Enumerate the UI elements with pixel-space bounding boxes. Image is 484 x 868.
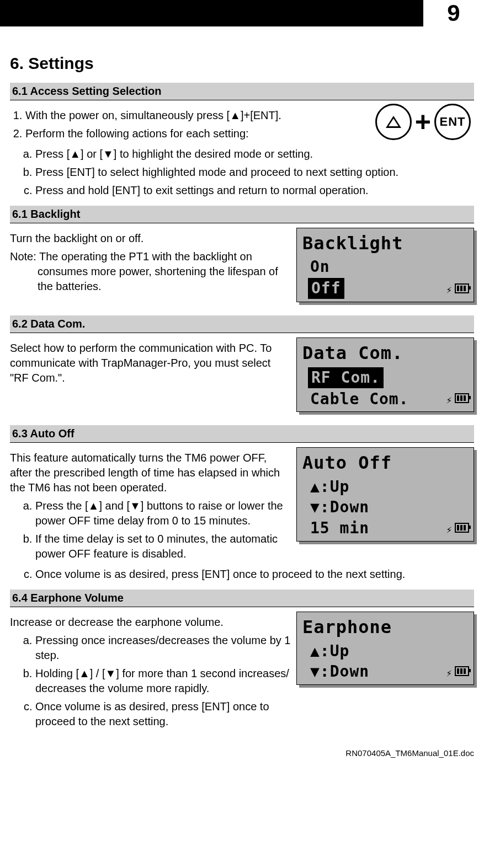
- lcd-line-value: 15 min: [302, 518, 468, 539]
- lcd-line-down: ▼:Down: [302, 661, 468, 682]
- section-head-datacom: 6.2 Data Com.: [10, 315, 474, 333]
- autooff-steps-cont: Once volume is as desired, press [ENT] o…: [10, 567, 474, 582]
- footer-filename: RN070405A_TM6Manual_01E.doc: [0, 738, 484, 764]
- lcd-status-icons: [446, 660, 469, 683]
- bolt-icon: [446, 277, 453, 299]
- lcd-status-icons: [446, 277, 469, 299]
- section-head-autooff: 6.3 Auto Off: [10, 425, 474, 443]
- battery-icon: [455, 393, 469, 403]
- earphone-b: Holding [▲] / [▼] for more than 1 second…: [35, 666, 291, 696]
- lcd-datacom: Data Com. RF Com. Cable Com.: [296, 337, 474, 412]
- battery-icon: [455, 523, 469, 533]
- substep-a: Press [▲] or [▼] to highlight the desire…: [35, 147, 474, 162]
- step-1: With the power on, simultaneously press …: [25, 108, 370, 123]
- lcd-autooff: Auto Off ▲:Up ▼:Down 15 min: [296, 447, 474, 542]
- lcd-line-up: ▲:Up: [302, 476, 468, 497]
- lcd-title: Data Com.: [302, 341, 468, 365]
- earphone-steps: Pressing once increases/decreases the vo…: [10, 633, 291, 729]
- lcd-title: Auto Off: [302, 451, 468, 475]
- header-bar: 9: [0, 0, 484, 26]
- page-number: 9: [423, 0, 484, 26]
- ent-label: ENT: [440, 114, 466, 130]
- lcd-option-cable: Cable Com.: [302, 389, 468, 410]
- earphone-desc: Increase or decrease the earphone volume…: [10, 615, 291, 630]
- lcd-line-up: ▲:Up: [302, 641, 468, 662]
- plus-icon: +: [415, 108, 431, 136]
- steps-list: With the power on, simultaneously press …: [10, 108, 370, 141]
- key-combo-illustration: + ENT: [375, 104, 474, 140]
- lcd-status-icons: [446, 387, 469, 410]
- autooff-b: If the time delay is set to 0 minutes, t…: [35, 532, 291, 561]
- backlight-desc: Turn the backlight on or off.: [10, 231, 291, 246]
- substep-b: Press [ENT] to select highlighted mode a…: [35, 165, 474, 180]
- page-title: 6. Settings: [10, 52, 474, 75]
- section-head-earphone: 6.4 Earphone Volume: [10, 590, 474, 607]
- section-head-backlight: 6.1 Backlight: [10, 206, 474, 223]
- lcd-option-rf-selected: RF Com.: [308, 367, 384, 388]
- autooff-c: Once volume is as desired, press [ENT] o…: [35, 567, 474, 582]
- autooff-desc: This feature automatically turns the TM6…: [10, 451, 291, 495]
- battery-icon: [455, 283, 469, 293]
- lcd-option-on: On: [302, 256, 468, 277]
- ent-button-icon: ENT: [434, 104, 471, 140]
- substeps-list: Press [▲] or [▼] to highlight the desire…: [10, 147, 474, 198]
- datacom-desc: Select how to perform the communication …: [10, 341, 291, 385]
- bolt-icon: [446, 387, 453, 410]
- earphone-c: Once volume is as desired, press [ENT] o…: [35, 699, 291, 729]
- lcd-status-icons: [446, 517, 469, 539]
- autooff-a: Press the [▲] and [▼] buttons to raise o…: [35, 499, 291, 528]
- page-content: 6. Settings 6.1 Access Setting Selection…: [0, 26, 484, 738]
- substep-c: Press and hold [ENT] to exit settings an…: [35, 183, 474, 198]
- battery-icon: [455, 666, 469, 676]
- bolt-icon: [446, 517, 453, 539]
- section-head-access: 6.1 Access Setting Selection: [10, 83, 474, 100]
- triangle-up-icon: [386, 116, 401, 128]
- lcd-line-down: ▼:Down: [302, 497, 468, 518]
- lcd-option-off-selected: Off: [308, 278, 344, 299]
- backlight-note: Note: The operating the PT1 with the bac…: [10, 249, 291, 294]
- up-button-icon: [375, 104, 412, 140]
- autooff-steps: Press the [▲] and [▼] buttons to raise o…: [10, 499, 291, 561]
- lcd-earphone: Earphone ▲:Up ▼:Down: [296, 612, 474, 685]
- earphone-a: Pressing once increases/decreases the vo…: [35, 633, 291, 663]
- lcd-title: Earphone: [302, 615, 468, 639]
- bolt-icon: [446, 660, 453, 683]
- step-2: Perform the following actions for each s…: [25, 126, 370, 141]
- lcd-title: Backlight: [302, 232, 468, 255]
- lcd-backlight: Backlight On Off: [296, 228, 474, 302]
